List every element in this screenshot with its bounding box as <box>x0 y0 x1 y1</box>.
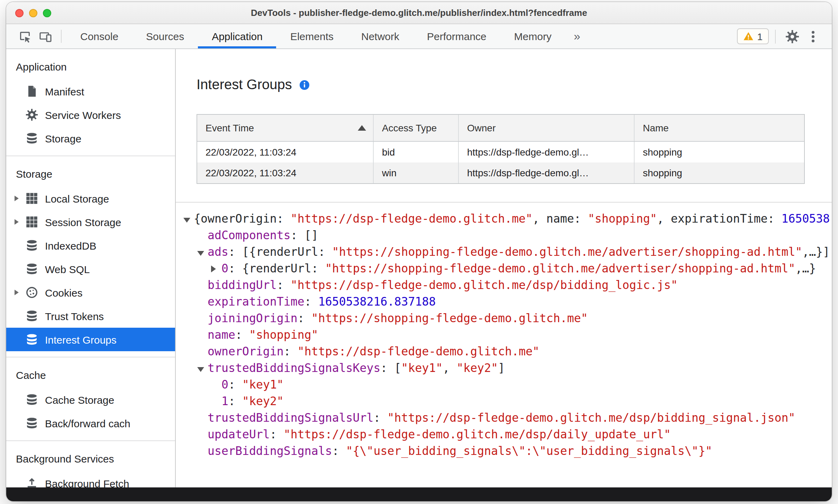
table-icon <box>26 192 38 205</box>
device-toolbar-button[interactable] <box>35 24 56 48</box>
tree-segment: 1650538216.837188 <box>318 295 436 308</box>
tree-line[interactable]: ownerOrigin: "https://dsp-fledge-demo.gl… <box>176 344 832 360</box>
tab-sources[interactable]: Sources <box>132 24 198 48</box>
tree-segment: trustedBiddingSignalsKeys <box>208 362 381 375</box>
tree-segment: "key1" <box>401 362 443 375</box>
tree-segment: : <box>298 312 311 325</box>
interest-groups-table: Event TimeAccess TypeOwnerName22/03/2022… <box>197 114 805 184</box>
sidebar-item-indexeddb[interactable]: IndexedDB <box>6 234 175 257</box>
inspect-element-button[interactable] <box>15 24 35 48</box>
tree-segment: "key1" <box>242 378 284 391</box>
sidebar-item-label: Back/forward cach <box>45 417 130 429</box>
database-icon <box>26 393 38 406</box>
tree-line[interactable]: biddingUrl: "https://dsp-fledge-demo.gli… <box>176 277 832 294</box>
gear-icon <box>785 29 799 43</box>
tree-segment: , name: <box>532 212 588 225</box>
column-header-access-type[interactable]: Access Type <box>374 115 459 141</box>
sidebar-section-application: ApplicationManifestService WorkersStorag… <box>6 49 175 156</box>
title-bar: DevTools - publisher-fledge-demo.glitch.… <box>6 2 832 24</box>
collapse-arrow-icon[interactable] <box>197 244 208 261</box>
info-icon[interactable] <box>299 80 310 91</box>
sidebar-item-storage[interactable]: Storage <box>6 127 175 150</box>
tree-line[interactable]: ads: [{renderUrl: "https://shopping-fled… <box>176 244 832 261</box>
tree-line[interactable]: 1: "key2" <box>176 393 832 410</box>
tree-segment: : <box>228 378 242 391</box>
tree-line[interactable]: 0: {renderUrl: "https://shopping-fledge-… <box>176 261 832 277</box>
tree-segment: expirationTime <box>208 295 304 308</box>
tab-application[interactable]: Application <box>198 24 276 48</box>
expand-arrow-icon[interactable] <box>211 261 221 277</box>
sidebar-item-service-workers[interactable]: Service Workers <box>6 103 175 127</box>
expand-arrow-icon[interactable] <box>15 219 26 225</box>
close-button[interactable] <box>15 9 24 17</box>
tree-line[interactable]: name: "shopping" <box>176 327 832 344</box>
column-header-event-time[interactable]: Event Time <box>197 115 374 141</box>
application-sidebar: ApplicationManifestService WorkersStorag… <box>6 49 176 487</box>
collapse-arrow-icon[interactable] <box>183 211 194 227</box>
toolbar-separator <box>61 30 62 43</box>
tree-segment: joiningOrigin <box>208 312 298 325</box>
sidebar-item-label: Interest Groups <box>45 334 117 345</box>
sidebar-item-label: Background Fetch <box>45 477 129 487</box>
tree-segment: "{\"user_bidding_signals\":\"user_biddin… <box>346 445 712 458</box>
tree-line[interactable]: trustedBiddingSignalsUrl: "https://dsp-f… <box>176 410 832 427</box>
tree-segment: userBiddingSignals <box>208 445 332 458</box>
tree-segment: "https://dsp-fledge-demo.glitch.me/dsp/b… <box>291 279 678 292</box>
sidebar-item-background-fetch[interactable]: Background Fetch <box>6 472 175 487</box>
sidebar-item-back-forward-cach[interactable]: Back/forward cach <box>6 411 175 435</box>
tab-performance[interactable]: Performance <box>413 24 500 48</box>
tree-segment: : {renderUrl: <box>228 262 325 275</box>
column-header-name[interactable]: Name <box>635 115 804 141</box>
toolbar-separator <box>775 29 776 43</box>
device-toolbar-icon <box>39 29 53 43</box>
tree-segment: "shopping" <box>249 328 318 342</box>
more-tabs-button[interactable]: » <box>565 24 589 48</box>
sidebar-section-storage: StorageLocal StorageSession StorageIndex… <box>6 156 175 357</box>
sidebar-item-trust-tokens[interactable]: Trust Tokens <box>6 304 175 328</box>
tree-segment: name <box>208 328 235 342</box>
zoom-button[interactable] <box>43 9 51 17</box>
expand-arrow-icon[interactable] <box>15 196 26 201</box>
sidebar-item-cache-storage[interactable]: Cache Storage <box>6 388 175 411</box>
tree-line[interactable]: 0: "key1" <box>176 377 832 393</box>
table-row[interactable]: 22/03/2022, 11:03:24bidhttps://dsp-fledg… <box>197 142 804 162</box>
tree-segment: "key2" <box>242 395 284 408</box>
column-header-label: Access Type <box>382 122 437 133</box>
menu-button[interactable] <box>803 29 823 43</box>
tree-line[interactable]: joiningOrigin: "https://shopping-fledge-… <box>176 310 832 327</box>
tree-line[interactable]: expirationTime: 1650538216.837188 <box>176 294 832 310</box>
table-icon <box>26 216 38 228</box>
tab-console[interactable]: Console <box>66 24 132 48</box>
tree-line[interactable]: trustedBiddingSignalsKeys: ["key1", "key… <box>176 360 832 377</box>
tree-line[interactable]: adComponents: [] <box>176 227 832 244</box>
kebab-menu-icon <box>806 29 820 43</box>
tree-line[interactable]: {ownerOrigin: "https://dsp-fledge-demo.g… <box>176 211 832 227</box>
table-cell: https://dsp-fledge-demo.gl… <box>459 162 635 183</box>
sidebar-item-local-storage[interactable]: Local Storage <box>6 187 175 210</box>
tab-memory[interactable]: Memory <box>500 24 565 48</box>
tab-elements[interactable]: Elements <box>276 24 347 48</box>
sidebar-heading-background-services: Background Services <box>6 445 175 472</box>
sidebar-heading-storage: Storage <box>6 160 175 187</box>
tree-segment: trustedBiddingSignalsUrl <box>208 411 374 424</box>
sidebar-section-background-services: Background ServicesBackground Fetch <box>6 441 175 487</box>
sidebar-item-interest-groups[interactable]: Interest Groups <box>6 328 175 351</box>
column-header-owner[interactable]: Owner <box>459 115 635 141</box>
settings-button[interactable] <box>782 29 803 43</box>
database-icon <box>26 239 38 252</box>
traffic-lights <box>15 2 51 24</box>
sidebar-item-session-storage[interactable]: Session Storage <box>6 210 175 234</box>
tab-network[interactable]: Network <box>347 24 413 48</box>
expand-arrow-icon[interactable] <box>15 290 26 295</box>
table-row[interactable]: 22/03/2022, 11:03:24winhttps://dsp-fledg… <box>197 162 804 183</box>
tree-segment: , <box>443 362 456 375</box>
sidebar-item-manifest[interactable]: Manifest <box>6 80 175 103</box>
sidebar-item-cookies[interactable]: Cookies <box>6 281 175 304</box>
database-icon <box>26 132 38 144</box>
collapse-arrow-icon[interactable] <box>197 360 208 377</box>
tree-line[interactable]: updateUrl: "https://dsp-fledge-demo.glit… <box>176 427 832 443</box>
minimize-button[interactable] <box>29 9 37 17</box>
tree-line[interactable]: userBiddingSignals: "{\"user_bidding_sig… <box>176 443 832 460</box>
console-warning-badge[interactable]: 1 <box>737 28 769 44</box>
sidebar-item-web-sql[interactable]: Web SQL <box>6 257 175 281</box>
